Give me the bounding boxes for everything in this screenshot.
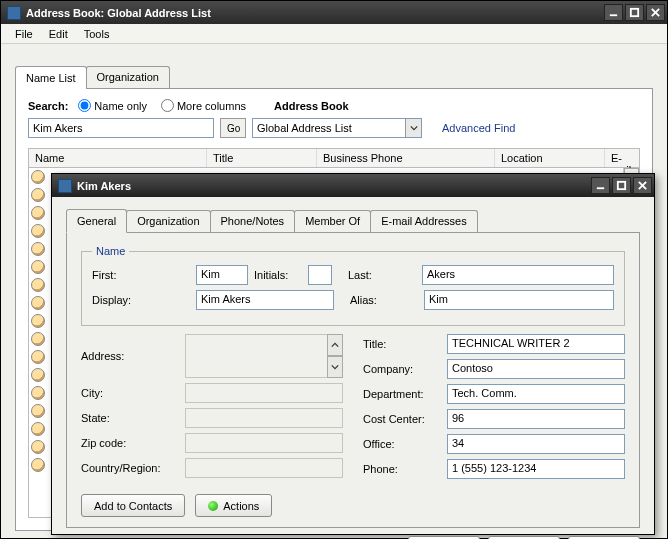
field-phone[interactable]: 1 (555) 123-1234 — [447, 459, 625, 479]
field-department[interactable]: Tech. Comm. — [447, 384, 625, 404]
dialog-maximize-button[interactable] — [612, 177, 631, 194]
radio-more-columns[interactable]: More columns — [161, 99, 246, 112]
field-zip[interactable] — [185, 433, 343, 453]
radio-name-only-input[interactable] — [78, 99, 91, 112]
contact-dialog: Kim Akers General Organization Phone/Not… — [51, 173, 655, 535]
label-cost-center: Cost Center: — [363, 413, 441, 425]
field-city[interactable] — [185, 383, 343, 403]
tab-phone-notes[interactable]: Phone/Notes — [210, 210, 296, 232]
person-icon[interactable] — [31, 422, 45, 436]
label-phone: Phone: — [363, 463, 441, 475]
field-country[interactable] — [185, 458, 343, 478]
add-to-contacts-label: Add to Contacts — [94, 500, 172, 512]
label-jobtitle: Title: — [363, 338, 441, 350]
person-icon[interactable] — [31, 170, 45, 184]
field-last[interactable]: Akers — [422, 265, 614, 285]
main-title-text: Address Book: Global Address List — [26, 7, 602, 19]
tab-general[interactable]: General — [66, 209, 127, 233]
dialog-close-button[interactable] — [633, 177, 652, 194]
field-state[interactable] — [185, 408, 343, 428]
tab-body-buttons: Add to Contacts Actions — [81, 494, 625, 517]
dialog-footer: OK Cancel Apply — [66, 528, 640, 539]
person-icon[interactable] — [31, 296, 45, 310]
col-title[interactable]: Title — [207, 149, 317, 167]
radio-name-only-label: Name only — [94, 100, 147, 112]
col-business-phone[interactable]: Business Phone — [317, 149, 495, 167]
dialog-body: General Organization Phone/Notes Member … — [52, 198, 654, 534]
radio-more-columns-label: More columns — [177, 100, 246, 112]
field-office[interactable]: 34 — [447, 434, 625, 454]
col-location[interactable]: Location — [495, 149, 605, 167]
main-tabstrip: Name List Organization — [15, 65, 663, 88]
search-input-row: Go Global Address List Advanced Find — [28, 118, 640, 138]
add-to-contacts-button[interactable]: Add to Contacts — [81, 494, 185, 517]
label-first: First: — [92, 269, 190, 281]
svg-rect-5 — [618, 182, 625, 189]
menu-edit[interactable]: Edit — [41, 26, 76, 42]
label-display: Display: — [92, 294, 190, 306]
person-icon[interactable] — [31, 314, 45, 328]
label-country: Country/Region: — [81, 462, 179, 474]
dialog-minimize-button[interactable] — [591, 177, 610, 194]
tab-dlg-organization[interactable]: Organization — [126, 210, 210, 232]
maximize-button[interactable] — [625, 4, 644, 21]
menubar: File Edit Tools — [1, 24, 667, 44]
presence-icon — [208, 501, 218, 511]
main-titlebar: Address Book: Global Address List — [1, 1, 667, 24]
person-icon[interactable] — [31, 404, 45, 418]
person-icon[interactable] — [31, 368, 45, 382]
actions-label: Actions — [223, 500, 259, 512]
radio-more-columns-input[interactable] — [161, 99, 174, 112]
person-icon[interactable] — [31, 206, 45, 220]
person-icon[interactable] — [31, 260, 45, 274]
field-initials[interactable] — [308, 265, 332, 285]
col-email[interactable]: E-mail — [605, 149, 639, 167]
go-button[interactable]: Go — [220, 118, 246, 138]
details-right-col: Title: TECHNICAL WRITER 2 Company: Conto… — [363, 334, 625, 484]
field-alias[interactable]: Kim — [424, 290, 614, 310]
field-display[interactable]: Kim Akers — [196, 290, 334, 310]
tab-email-addresses[interactable]: E-mail Addresses — [370, 210, 478, 232]
person-icon[interactable] — [31, 224, 45, 238]
list-rows — [31, 170, 45, 472]
tab-organization[interactable]: Organization — [86, 66, 170, 88]
address-up-button[interactable] — [327, 334, 343, 356]
address-down-button[interactable] — [327, 356, 343, 378]
person-icon[interactable] — [31, 188, 45, 202]
advanced-find-link[interactable]: Advanced Find — [442, 122, 515, 134]
field-jobtitle[interactable]: TECHNICAL WRITER 2 — [447, 334, 625, 354]
address-book-value: Global Address List — [253, 122, 405, 134]
label-alias: Alias: — [340, 294, 418, 306]
field-cost-center[interactable]: 96 — [447, 409, 625, 429]
search-input[interactable] — [28, 118, 214, 138]
field-company[interactable]: Contoso — [447, 359, 625, 379]
close-button[interactable] — [646, 4, 665, 21]
radio-name-only[interactable]: Name only — [78, 99, 147, 112]
dialog-tabstrip: General Organization Phone/Notes Member … — [66, 208, 640, 232]
chevron-down-icon[interactable] — [405, 119, 421, 137]
field-first[interactable]: Kim — [196, 265, 248, 285]
tab-name-list[interactable]: Name List — [15, 66, 87, 89]
minimize-button[interactable] — [604, 4, 623, 21]
label-office: Office: — [363, 438, 441, 450]
person-icon[interactable] — [31, 278, 45, 292]
dialog-tab-body: Name First: Kim Initials: Last: Akers Di… — [66, 232, 640, 528]
col-name[interactable]: Name — [29, 149, 207, 167]
address-book-combo[interactable]: Global Address List — [252, 118, 422, 138]
person-icon[interactable] — [31, 242, 45, 256]
menu-file[interactable]: File — [7, 26, 41, 42]
label-address: Address: — [81, 350, 179, 362]
person-icon[interactable] — [31, 458, 45, 472]
tab-member-of[interactable]: Member Of — [294, 210, 371, 232]
person-icon[interactable] — [31, 386, 45, 400]
svg-rect-1 — [631, 9, 638, 16]
person-icon[interactable] — [31, 440, 45, 454]
field-address[interactable] — [185, 334, 343, 378]
address-book-label: Address Book — [274, 100, 349, 112]
person-icon[interactable] — [31, 332, 45, 346]
person-icon[interactable] — [31, 350, 45, 364]
dialog-title-text: Kim Akers — [77, 180, 589, 192]
label-city: City: — [81, 387, 179, 399]
menu-tools[interactable]: Tools — [76, 26, 118, 42]
actions-button[interactable]: Actions — [195, 494, 272, 517]
